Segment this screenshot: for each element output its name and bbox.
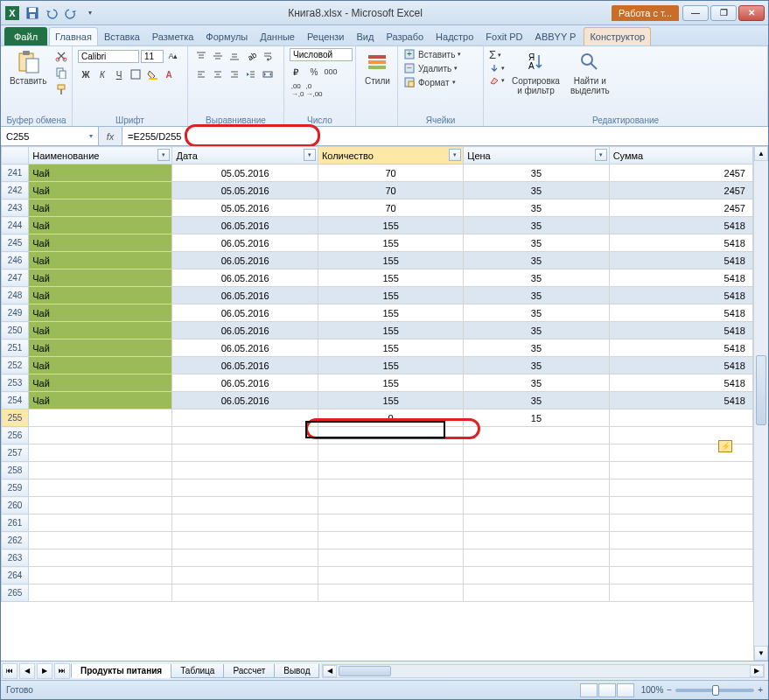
cell[interactable]: 35 xyxy=(464,340,609,357)
cell[interactable]: 35 xyxy=(464,200,609,217)
cell[interactable]: Чай xyxy=(29,357,172,374)
wrap-text-button[interactable] xyxy=(260,48,276,64)
cell[interactable]: Чай xyxy=(29,164,172,182)
sheet-tab[interactable]: Продукты питания xyxy=(71,664,171,678)
increase-decimal-button[interactable]: ,00→,0 xyxy=(290,82,305,98)
cell[interactable] xyxy=(464,567,609,584)
cell[interactable] xyxy=(609,567,752,584)
cell[interactable] xyxy=(172,410,318,427)
cell[interactable] xyxy=(29,497,172,514)
row-header[interactable]: 244 xyxy=(2,217,29,234)
name-box[interactable]: C255▾ xyxy=(1,127,99,145)
cell[interactable]: 155 xyxy=(318,304,463,322)
cell[interactable]: Чай xyxy=(29,287,172,304)
cell[interactable] xyxy=(464,497,609,514)
cell[interactable] xyxy=(464,444,609,462)
cell[interactable]: Чай xyxy=(29,340,172,357)
align-middle-button[interactable] xyxy=(210,48,226,64)
autocorrect-tag-icon[interactable]: ⚡ xyxy=(718,440,732,452)
cell[interactable] xyxy=(29,567,172,584)
cell[interactable] xyxy=(318,462,463,480)
filter-icon[interactable]: ▾ xyxy=(157,149,170,161)
cell[interactable] xyxy=(464,480,609,497)
cell[interactable]: 70 xyxy=(318,164,463,182)
col-header[interactable]: Сумма xyxy=(609,147,752,164)
row-header[interactable]: 257 xyxy=(2,444,29,462)
filter-icon[interactable]: ▾ xyxy=(595,149,607,161)
tab-рецензи[interactable]: Рецензи xyxy=(301,27,351,46)
sheet-tab[interactable]: Вывод xyxy=(274,664,319,678)
decrease-decimal-button[interactable]: ,0→,00 xyxy=(306,82,322,98)
align-left-button[interactable] xyxy=(193,66,209,82)
cell[interactable] xyxy=(318,444,463,462)
cell[interactable]: 5418 xyxy=(609,217,752,234)
cell[interactable]: Чай xyxy=(29,392,172,410)
scroll-thumb[interactable] xyxy=(756,355,766,425)
cell[interactable] xyxy=(609,532,752,550)
row-header[interactable]: 252 xyxy=(2,357,29,374)
cell[interactable] xyxy=(609,514,752,532)
font-size-input[interactable] xyxy=(141,50,164,63)
sheet-tab[interactable]: Рассчет xyxy=(223,664,275,678)
cell[interactable]: 06.05.2016 xyxy=(172,270,318,287)
autosum-button[interactable]: Σ▾ xyxy=(489,48,505,61)
row-header[interactable]: 263 xyxy=(2,550,29,567)
zoom-in-button[interactable]: + xyxy=(758,685,763,695)
align-right-button[interactable] xyxy=(227,66,242,82)
align-bottom-button[interactable] xyxy=(227,48,242,64)
grow-font-button[interactable]: A▴ xyxy=(165,48,181,64)
underline-button[interactable]: Ч xyxy=(111,66,127,82)
zoom-out-button[interactable]: − xyxy=(667,685,672,695)
cell[interactable]: 5418 xyxy=(609,304,752,322)
cell[interactable]: 155 xyxy=(318,357,463,374)
tab-constructor[interactable]: Конструктор xyxy=(584,27,651,46)
orientation-button[interactable]: ab xyxy=(243,48,259,64)
cell[interactable]: 5418 xyxy=(609,357,752,374)
cell[interactable]: 35 xyxy=(464,164,609,182)
cell[interactable]: Чай xyxy=(29,217,172,234)
cell[interactable] xyxy=(172,444,318,462)
cell[interactable]: 06.05.2016 xyxy=(172,340,318,357)
cell[interactable]: 06.05.2016 xyxy=(172,252,318,270)
row-header[interactable]: 242 xyxy=(2,182,29,200)
qat-customize[interactable]: ▾ xyxy=(81,4,99,22)
row-header[interactable]: 264 xyxy=(2,567,29,584)
format-cells-button[interactable]: Формат▾ xyxy=(403,76,456,88)
save-button[interactable] xyxy=(24,4,41,22)
cell[interactable]: 5418 xyxy=(609,392,752,410)
row-header[interactable]: 246 xyxy=(2,252,29,270)
cell[interactable]: 06.05.2016 xyxy=(172,287,318,304)
redo-button[interactable] xyxy=(62,4,80,22)
cell[interactable]: 35 xyxy=(464,270,609,287)
tab-nav-prev[interactable]: ◀ xyxy=(19,663,35,679)
col-header[interactable]: Дата▾ xyxy=(172,147,318,164)
cell[interactable]: 5418 xyxy=(609,234,752,252)
number-format-select[interactable] xyxy=(290,48,353,61)
vertical-scrollbar[interactable]: ▲ ▼ xyxy=(753,146,768,661)
cell[interactable]: Чай xyxy=(29,374,172,392)
align-top-button[interactable] xyxy=(193,48,209,64)
cell[interactable]: 06.05.2016 xyxy=(172,374,318,392)
cell[interactable]: 35 xyxy=(464,234,609,252)
tab-вставка[interactable]: Вставка xyxy=(98,27,146,46)
cell[interactable] xyxy=(29,514,172,532)
cell[interactable]: 2457 xyxy=(609,200,752,217)
filter-icon[interactable]: ▾ xyxy=(449,149,461,161)
format-painter-button[interactable] xyxy=(53,81,69,97)
merge-button[interactable] xyxy=(260,66,276,82)
cell[interactable]: 06.05.2016 xyxy=(172,217,318,234)
cell[interactable]: 155 xyxy=(318,234,463,252)
cell[interactable] xyxy=(172,427,318,444)
tab-главная[interactable]: Главная xyxy=(49,27,98,46)
cell[interactable] xyxy=(318,497,463,514)
scroll-right-button[interactable]: ▶ xyxy=(750,665,764,677)
view-page-layout-button[interactable] xyxy=(598,683,616,697)
cell[interactable]: 35 xyxy=(464,182,609,200)
cell[interactable] xyxy=(318,514,463,532)
tab-nav-last[interactable]: ⏭ xyxy=(54,663,70,679)
cell[interactable]: 06.05.2016 xyxy=(172,392,318,410)
row-header[interactable]: 256 xyxy=(2,427,29,444)
cell[interactable]: 155 xyxy=(318,322,463,340)
cell[interactable]: 2457 xyxy=(609,182,752,200)
row-header[interactable]: 247 xyxy=(2,270,29,287)
